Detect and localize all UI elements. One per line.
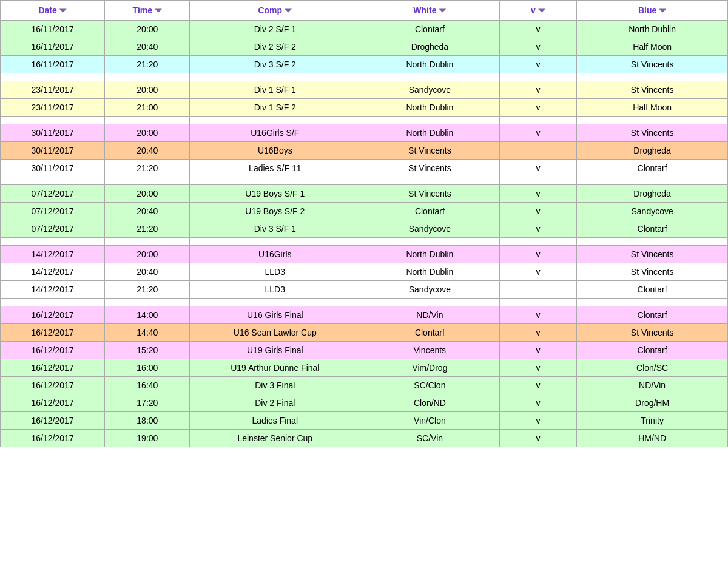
date-cell: 16/12/2017 (1, 430, 105, 447)
date-cell: 14/12/2017 (1, 246, 105, 263)
v-cell: v (499, 377, 577, 394)
blue-cell: ND/Vin (577, 377, 728, 394)
table-row: 16/12/201714:40U16 Sean Lawlor CupClonta… (1, 324, 728, 342)
comp-cell (190, 73, 360, 81)
v-cell: v (499, 306, 577, 324)
white-cell: North Dublin (360, 246, 500, 263)
comp-cell (190, 238, 360, 246)
comp-cell: U16 Sean Lawlor Cup (190, 324, 360, 342)
v-cell (499, 73, 577, 81)
blue-cell: St Vincents (577, 81, 728, 99)
v-cell: v (499, 412, 577, 430)
v-cell: v (499, 394, 577, 412)
comp-cell: Div 3 S/F 1 (190, 220, 360, 238)
table-row (1, 238, 728, 246)
table-row (1, 117, 728, 124)
blue-cell: Clontarf (577, 160, 728, 177)
white-cell: North Dublin (360, 263, 500, 281)
white-cell (360, 238, 500, 246)
comp-cell: Div 1 S/F 2 (190, 99, 360, 117)
table-row: 07/12/201720:40U19 Boys S/F 2ClontarfvSa… (1, 203, 728, 220)
date-cell: 23/11/2017 (1, 99, 105, 117)
header-comp[interactable]: Comp (190, 1, 360, 21)
time-cell: 16:00 (105, 359, 190, 377)
white-cell (360, 117, 500, 124)
v-cell: v (499, 203, 577, 220)
date-cell: 16/11/2017 (1, 21, 105, 38)
comp-cell: Ladies Final (190, 412, 360, 430)
comp-cell: U19 Girls Final (190, 342, 360, 359)
sort-arrow-time (155, 7, 162, 14)
v-cell (499, 281, 577, 299)
table-row: 16/12/201719:00Leinster Senior CupSC/Vin… (1, 430, 728, 447)
time-cell: 20:00 (105, 185, 190, 203)
time-cell: 20:00 (105, 81, 190, 99)
time-cell: 14:00 (105, 306, 190, 324)
comp-cell: Leinster Senior Cup (190, 430, 360, 447)
white-cell: North Dublin (360, 124, 500, 142)
table-row: 16/11/201720:40Div 2 S/F 2DroghedavHalf … (1, 38, 728, 56)
date-cell: 14/12/2017 (1, 263, 105, 281)
table-row: 16/12/201717:20Div 2 FinalClon/NDvDrog/H… (1, 394, 728, 412)
time-cell: 20:40 (105, 142, 190, 160)
v-cell (499, 117, 577, 124)
date-cell (1, 73, 105, 81)
blue-cell (577, 73, 728, 81)
blue-cell: Drog/HM (577, 394, 728, 412)
comp-cell: U19 Boys S/F 1 (190, 185, 360, 203)
comp-cell: U16 Girls Final (190, 306, 360, 324)
header-white[interactable]: White (360, 1, 500, 21)
white-cell (360, 73, 500, 81)
time-cell: 20:40 (105, 38, 190, 56)
time-cell: 15:20 (105, 342, 190, 359)
blue-cell: St Vincents (577, 246, 728, 263)
header-date[interactable]: Date (1, 1, 105, 21)
v-cell: v (499, 359, 577, 377)
v-cell: v (499, 81, 577, 99)
white-cell: SC/Clon (360, 377, 500, 394)
white-cell (360, 299, 500, 306)
blue-cell: Clon/SC (577, 359, 728, 377)
time-cell: 17:20 (105, 394, 190, 412)
blue-cell (577, 238, 728, 246)
date-cell: 16/12/2017 (1, 324, 105, 342)
date-cell: 30/11/2017 (1, 160, 105, 177)
v-cell: v (499, 430, 577, 447)
v-cell (499, 177, 577, 185)
comp-cell: U16Boys (190, 142, 360, 160)
comp-cell: U16Girls S/F (190, 124, 360, 142)
date-cell: 07/12/2017 (1, 185, 105, 203)
blue-cell: Half Moon (577, 99, 728, 117)
white-cell: Clontarf (360, 203, 500, 220)
comp-cell: Div 3 Final (190, 377, 360, 394)
table-row: 16/11/201721:20Div 3 S/F 2North DublinvS… (1, 56, 728, 73)
header-v[interactable]: v (499, 1, 577, 21)
table-row: 16/12/201718:00Ladies FinalVin/ClonvTrin… (1, 412, 728, 430)
v-cell (499, 299, 577, 306)
white-cell: Clontarf (360, 21, 500, 38)
white-cell: Vim/Drog (360, 359, 500, 377)
table-row: 30/11/201720:00U16Girls S/FNorth Dublinv… (1, 124, 728, 142)
table-row (1, 73, 728, 81)
time-cell: 20:00 (105, 21, 190, 38)
white-cell (360, 177, 500, 185)
table-row: 07/12/201720:00U19 Boys S/F 1St Vincents… (1, 185, 728, 203)
white-cell: Drogheda (360, 38, 500, 56)
table-row: 23/11/201721:00Div 1 S/F 2North DublinvH… (1, 99, 728, 117)
blue-cell: Drogheda (577, 185, 728, 203)
comp-cell: Div 2 Final (190, 394, 360, 412)
header-blue[interactable]: Blue (577, 1, 728, 21)
table-row (1, 177, 728, 185)
v-cell: v (499, 99, 577, 117)
date-cell: 30/11/2017 (1, 124, 105, 142)
table-row (1, 299, 728, 306)
time-cell: 20:40 (105, 263, 190, 281)
white-cell: Sandycove (360, 220, 500, 238)
table-row: 30/11/201721:20Ladies S/F 11St Vincentsv… (1, 160, 728, 177)
comp-cell: LLD3 (190, 281, 360, 299)
v-cell: v (499, 185, 577, 203)
blue-cell: St Vincents (577, 124, 728, 142)
table-row: 14/12/201720:40LLD3North DublinvSt Vince… (1, 263, 728, 281)
header-time[interactable]: Time (105, 1, 190, 21)
date-cell: 16/12/2017 (1, 306, 105, 324)
